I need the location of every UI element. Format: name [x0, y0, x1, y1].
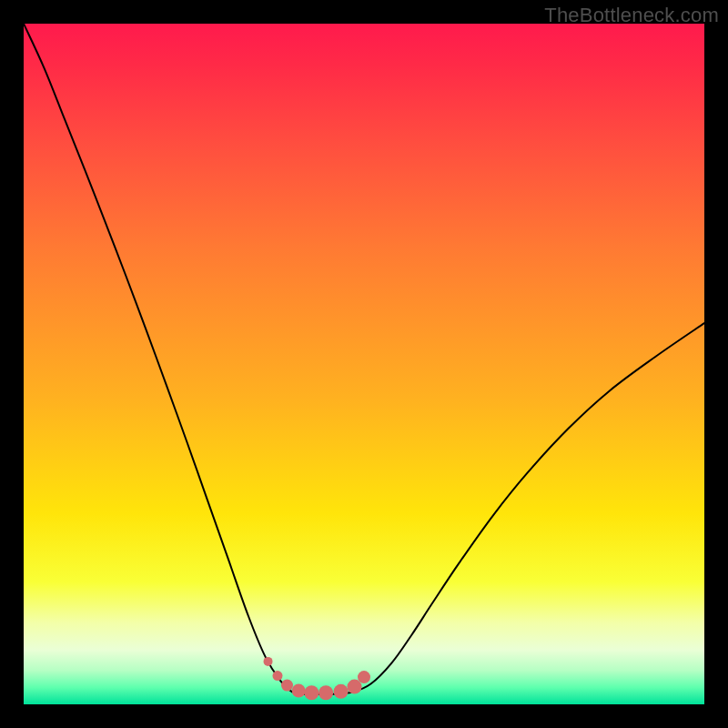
valley-marker [304, 685, 318, 700]
valley-marker [334, 684, 349, 699]
plot-svg [24, 24, 704, 704]
watermark-text: TheBottleneck.com [544, 4, 719, 27]
valley-marker [292, 684, 306, 698]
valley-marker [358, 671, 370, 683]
bottleneck-curve [24, 24, 704, 694]
valley-marker [281, 680, 293, 692]
valley-marker [273, 671, 283, 681]
plot-frame [24, 24, 704, 704]
valley-marker [318, 685, 333, 700]
valley-marker-group [264, 657, 370, 700]
valley-marker [264, 657, 273, 666]
